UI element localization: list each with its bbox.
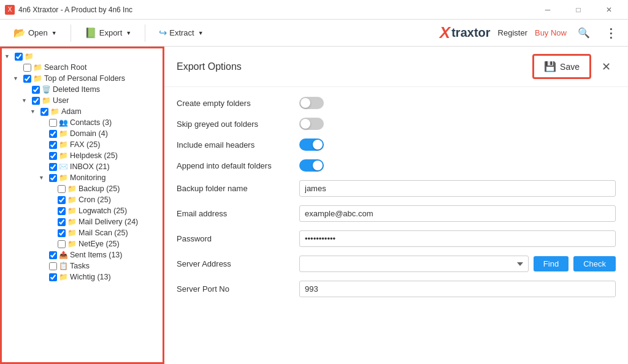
tree-checkbox-15[interactable] bbox=[58, 218, 66, 226]
password-input-6[interactable] bbox=[299, 230, 616, 247]
tree-checkbox-1[interactable] bbox=[23, 64, 31, 72]
form-row-2: Include email headers bbox=[177, 138, 616, 151]
tree-toggle-0[interactable]: ▼ bbox=[4, 53, 13, 59]
tree-item-icon-8: 📁 bbox=[59, 140, 68, 149]
tree-item-icon-1: 📁 bbox=[33, 63, 42, 72]
app-icon: X bbox=[5, 5, 15, 15]
tree-checkbox-18[interactable] bbox=[49, 251, 57, 259]
tree-item-0[interactable]: ▼📁 bbox=[2, 51, 163, 62]
toggle-0[interactable] bbox=[299, 97, 324, 109]
tree-item-10[interactable]: ✉️INBOX (21) bbox=[2, 161, 163, 172]
tree-checkbox-10[interactable] bbox=[49, 163, 57, 171]
tree-checkbox-11[interactable] bbox=[49, 174, 57, 182]
tree-item-4[interactable]: ▼📁User bbox=[2, 95, 163, 106]
buy-now-link[interactable]: Buy Now bbox=[535, 28, 567, 37]
find-button[interactable]: Find bbox=[534, 256, 569, 271]
tree-checkbox-12[interactable] bbox=[58, 185, 66, 193]
tree-toggle-4[interactable]: ▼ bbox=[21, 97, 30, 104]
tree-toggle-11[interactable]: ▼ bbox=[39, 175, 47, 181]
form-control-7: FindCheck bbox=[299, 256, 616, 272]
tree-checkbox-4[interactable] bbox=[32, 97, 40, 105]
export-options-panel: Export Options 💾 Save ✕ Create empty fol… bbox=[164, 47, 628, 364]
tree-checkbox-8[interactable] bbox=[49, 141, 57, 149]
separator-2 bbox=[145, 25, 145, 42]
tree-item-17[interactable]: 📁NetEye (25) bbox=[2, 238, 163, 249]
tree-item-label-3: Deleted Items bbox=[53, 85, 100, 94]
tree-item-16[interactable]: 📁Mail Scan (25) bbox=[2, 227, 163, 238]
save-button[interactable]: 💾 Save bbox=[532, 54, 591, 79]
tree-item-icon-4: 📁 bbox=[42, 96, 51, 105]
text-input-8[interactable] bbox=[299, 281, 616, 297]
text-input-5[interactable] bbox=[299, 205, 616, 222]
form-label-3: Append into default folders bbox=[177, 161, 299, 170]
tree-checkbox-7[interactable] bbox=[49, 130, 57, 138]
tree-checkbox-9[interactable] bbox=[49, 152, 57, 160]
form-row-0: Create empty folders bbox=[177, 97, 616, 109]
tree-item-label-14: Logwatch (25) bbox=[78, 207, 127, 215]
tree-item-label-4: User bbox=[53, 96, 69, 105]
tree-item-label-8: FAX (25) bbox=[70, 140, 100, 149]
tree-item-18[interactable]: 📤Sent Items (13) bbox=[2, 249, 163, 260]
tree-checkbox-20[interactable] bbox=[49, 273, 57, 281]
search-icon-btn[interactable]: 🔍 bbox=[574, 23, 594, 43]
tree-item-11[interactable]: ▼📁Monitoring bbox=[2, 172, 163, 183]
tree-item-1[interactable]: 📁Search Root bbox=[2, 62, 163, 73]
tree-checkbox-13[interactable] bbox=[58, 196, 66, 204]
tree-item-icon-20: 📁 bbox=[59, 273, 68, 281]
open-button[interactable]: 📂 Open ▼ bbox=[7, 24, 63, 42]
tree-checkbox-17[interactable] bbox=[58, 240, 66, 248]
tree-item-15[interactable]: 📁Mail Delivery (24) bbox=[2, 216, 163, 227]
tree-checkbox-6[interactable] bbox=[49, 119, 57, 127]
tree-item-13[interactable]: 📁Cron (25) bbox=[2, 194, 163, 205]
tree-checkbox-16[interactable] bbox=[58, 229, 66, 237]
tree-item-12[interactable]: 📁Backup (25) bbox=[2, 183, 163, 194]
tree-toggle-2[interactable]: ▼ bbox=[13, 75, 21, 82]
tree-item-9[interactable]: 📁Helpdesk (25) bbox=[2, 150, 163, 161]
tree-item-8[interactable]: 📁FAX (25) bbox=[2, 139, 163, 150]
tree-item-icon-14: 📁 bbox=[67, 207, 77, 215]
tree-item-14[interactable]: 📁Logwatch (25) bbox=[2, 205, 163, 216]
tree-item-19[interactable]: 📋Tasks bbox=[2, 260, 163, 271]
text-input-4[interactable] bbox=[299, 180, 616, 197]
server-address-select[interactable] bbox=[299, 256, 529, 272]
tree-item-5[interactable]: ▼📁Adam bbox=[2, 106, 163, 117]
tree-item-label-11: Monitoring bbox=[70, 173, 105, 182]
tree-checkbox-14[interactable] bbox=[58, 207, 66, 215]
tree-item-7[interactable]: 📁Domain (4) bbox=[2, 128, 163, 139]
form-label-2: Include email headers bbox=[177, 140, 299, 150]
tree-item-6[interactable]: 👥Contacts (3) bbox=[2, 117, 163, 128]
minimize-button[interactable]: ─ bbox=[534, 0, 562, 20]
tree-item-2[interactable]: ▼📁Top of Personal Folders bbox=[2, 73, 163, 84]
tree-checkbox-19[interactable] bbox=[49, 262, 57, 270]
close-export-button[interactable]: ✕ bbox=[596, 57, 616, 77]
form-label-1: Skip greyed out folders bbox=[177, 119, 299, 129]
tree-item-20[interactable]: 📁Wichtig (13) bbox=[2, 271, 163, 282]
form-control-8 bbox=[299, 281, 616, 297]
tree-checkbox-0[interactable] bbox=[15, 53, 23, 61]
maximize-button[interactable]: □ bbox=[564, 0, 592, 20]
register-link[interactable]: Register bbox=[498, 28, 527, 37]
tree-toggle-5[interactable]: ▼ bbox=[30, 108, 39, 115]
titlebar-close-button[interactable]: ✕ bbox=[595, 0, 623, 20]
check-button[interactable]: Check bbox=[573, 256, 616, 271]
toggle-2[interactable] bbox=[299, 138, 324, 151]
tree-item-label-9: Helpdesk (25) bbox=[70, 151, 118, 160]
extract-button[interactable]: ↪ Extract ▼ bbox=[153, 24, 209, 42]
tree-checkbox-5[interactable] bbox=[40, 108, 48, 116]
export-button[interactable]: 📗 Export ▼ bbox=[78, 24, 138, 42]
more-options-btn[interactable]: ⋮ bbox=[601, 23, 621, 43]
tree-item-3[interactable]: 🗑️Deleted Items bbox=[2, 84, 163, 95]
folder-icon: 📂 bbox=[13, 27, 26, 39]
toolbar: 📂 Open ▼ 📗 Export ▼ ↪ Extract ▼ X traxto… bbox=[0, 20, 628, 47]
titlebar-title: 4n6 Xtraxtor - A Product by 4n6 Inc bbox=[18, 6, 534, 14]
form-control-4 bbox=[299, 180, 616, 197]
toggle-knob-0 bbox=[301, 98, 310, 108]
toggle-1[interactable] bbox=[299, 118, 324, 130]
form-control-2 bbox=[299, 138, 616, 151]
logo: X traxtor bbox=[440, 23, 491, 42]
form-row-6: Password bbox=[177, 230, 616, 247]
toggle-3[interactable] bbox=[299, 159, 324, 172]
tree-checkbox-2[interactable] bbox=[23, 75, 31, 83]
tree-checkbox-3[interactable] bbox=[32, 86, 40, 94]
logo-x: X bbox=[440, 23, 450, 42]
